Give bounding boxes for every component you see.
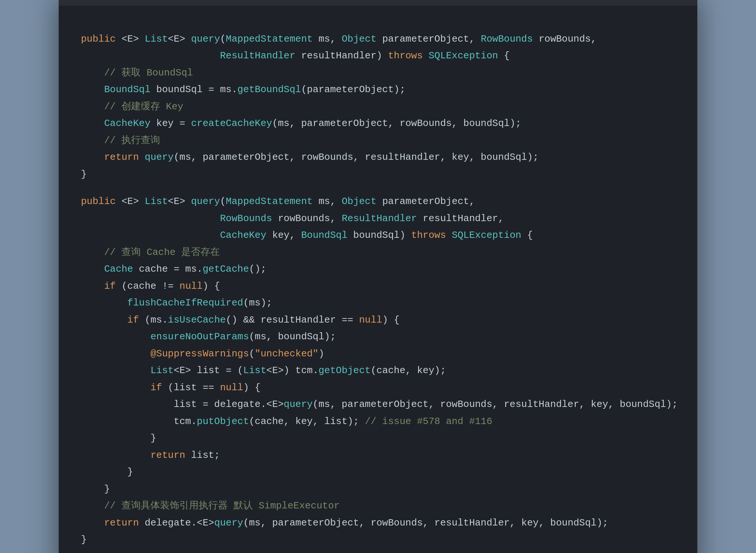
code-line: flushCacheIfRequired(ms); xyxy=(81,295,675,312)
code-line: // 获取 BoundSql xyxy=(81,65,675,82)
code-line: public <E> List<E> query(MappedStatement… xyxy=(81,31,675,48)
code-line: // 创建缓存 Key xyxy=(81,98,675,116)
code-line: return delegate.<E>query(ms, parameterOb… xyxy=(81,515,675,532)
code-window: public <E> List<E> query(MappedStatement… xyxy=(59,0,697,553)
code-line: // 查询具体装饰引用执行器 默认 SimpleExecutor xyxy=(81,498,675,515)
code-line: Cache cache = ms.getCache(); xyxy=(81,261,675,278)
code-line: CacheKey key = createCacheKey(ms, parame… xyxy=(81,115,675,132)
code-line: return query(ms, parameterObject, rowBou… xyxy=(81,149,675,166)
code-line: ensureNoOutParams(ms, boundSql); xyxy=(81,329,675,346)
code-line: if (list == null) { xyxy=(81,379,675,397)
code-line: // 查询 Cache 是否存在 xyxy=(81,244,675,261)
titlebar xyxy=(59,0,697,6)
code-line: if (ms.isUseCache() && resultHandler == … xyxy=(81,312,675,329)
code-line: List<E> list = (List<E>) tcm.getObject(c… xyxy=(81,362,675,379)
code-line: list = delegate.<E>query(ms, parameterOb… xyxy=(81,396,675,413)
code-line: public <E> List<E> query(MappedStatement… xyxy=(81,193,675,210)
code-line: } xyxy=(81,430,675,447)
code-line: } xyxy=(81,481,675,498)
code-line xyxy=(81,20,675,31)
code-line: // 执行查询 xyxy=(81,132,675,149)
code-line: tcm.putObject(cache, key, list); // issu… xyxy=(81,413,675,430)
code-line: } xyxy=(81,166,675,183)
code-line: if (cache != null) { xyxy=(81,278,675,295)
code-line: @SuppressWarnings("unchecked") xyxy=(81,346,675,363)
code-line: } xyxy=(81,464,675,481)
code-line: BoundSql boundSql = ms.getBoundSql(param… xyxy=(81,81,675,98)
code-line: RowBounds rowBounds, ResultHandler resul… xyxy=(81,210,675,227)
code-line: return list; xyxy=(81,447,675,464)
code-line: ResultHandler resultHandler) throws SQLE… xyxy=(81,48,675,65)
code-line: CacheKey key, BoundSql boundSql) throws … xyxy=(81,227,675,244)
code-editor: public <E> List<E> query(MappedStatement… xyxy=(59,6,697,553)
code-line xyxy=(81,183,675,193)
code-line: } xyxy=(81,531,675,549)
